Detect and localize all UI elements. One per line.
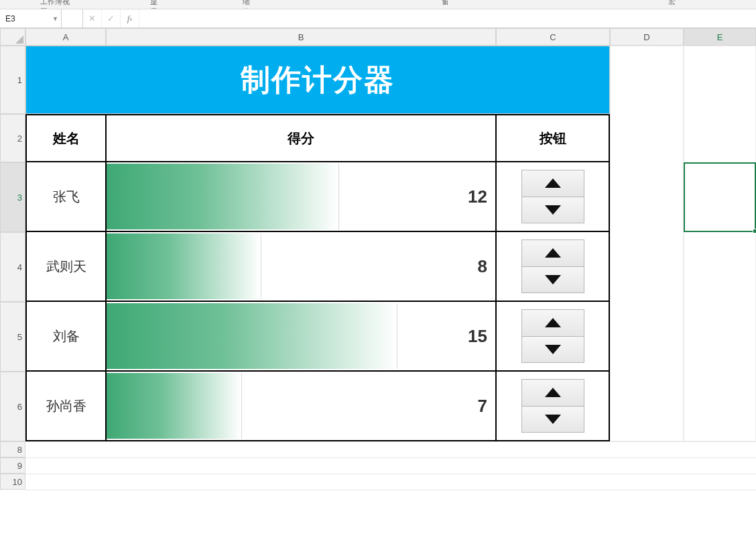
row-header-10[interactable]: 10 bbox=[0, 474, 25, 490]
cell-button bbox=[496, 302, 610, 372]
row-header-8[interactable]: 8 bbox=[0, 441, 25, 458]
ribbon-label: 宏 bbox=[668, 0, 676, 7]
triangle-up-icon bbox=[545, 248, 561, 258]
insert-function-button[interactable]: fx bbox=[121, 9, 139, 28]
cell-name[interactable]: 张飞 bbox=[25, 162, 106, 232]
select-all-corner[interactable] bbox=[0, 28, 25, 46]
confirm-formula-button[interactable]: ✓ bbox=[102, 9, 121, 28]
databar bbox=[107, 164, 339, 229]
triangle-up-icon bbox=[545, 318, 561, 327]
header-cell-name[interactable]: 姓名 bbox=[25, 114, 106, 162]
spinner-control bbox=[521, 309, 584, 363]
cell-score[interactable]: 8 bbox=[106, 232, 496, 302]
ribbon-label: 缩放 bbox=[243, 0, 255, 9]
ribbon-group-labels: 工作簿视图 显示 缩放 窗口 宏 bbox=[0, 0, 756, 9]
cell-score[interactable]: 7 bbox=[106, 372, 496, 441]
col-header-a[interactable]: A bbox=[25, 28, 106, 46]
cancel-formula-button[interactable]: ✕ bbox=[83, 9, 102, 28]
formula-input[interactable] bbox=[139, 9, 756, 28]
triangle-up-icon bbox=[545, 388, 561, 397]
row-header-5[interactable]: 5 bbox=[0, 302, 25, 372]
spinner-down-button[interactable] bbox=[521, 406, 584, 433]
spinner-down-button[interactable] bbox=[521, 197, 584, 224]
score-value: 12 bbox=[468, 186, 487, 207]
empty-row[interactable] bbox=[25, 490, 756, 506]
spinner-control bbox=[521, 239, 584, 293]
empty-row[interactable] bbox=[25, 458, 756, 474]
spinner-down-button[interactable] bbox=[521, 336, 584, 364]
databar bbox=[107, 233, 261, 299]
ribbon-label: 窗口 bbox=[442, 0, 454, 9]
cell-button bbox=[496, 232, 610, 302]
score-value: 15 bbox=[468, 326, 487, 347]
triangle-down-icon bbox=[545, 205, 561, 215]
col-header-d[interactable]: D bbox=[610, 28, 684, 46]
chevron-down-icon: ▼ bbox=[52, 15, 58, 22]
triangle-up-icon bbox=[545, 178, 561, 188]
cell-button bbox=[496, 162, 610, 232]
cell-score[interactable]: 12 bbox=[106, 162, 496, 232]
databar bbox=[107, 303, 397, 369]
row-header-6[interactable]: 6 bbox=[0, 372, 25, 441]
empty-cell-range-e[interactable] bbox=[684, 46, 756, 441]
cell-name[interactable]: 刘备 bbox=[25, 302, 106, 372]
cell-score[interactable]: 15 bbox=[106, 302, 496, 372]
triangle-down-icon bbox=[545, 415, 561, 424]
header-cell-button[interactable]: 按钮 bbox=[496, 114, 610, 162]
spinner-down-button[interactable] bbox=[521, 266, 584, 294]
score-value: 8 bbox=[478, 256, 487, 277]
formula-bar-divider bbox=[62, 9, 83, 28]
row-header-3[interactable]: 3 bbox=[0, 162, 25, 232]
cell-name[interactable]: 武则天 bbox=[25, 232, 106, 302]
row-header-4[interactable]: 4 bbox=[0, 232, 25, 302]
spinner-control bbox=[521, 170, 584, 223]
spinner-up-button[interactable] bbox=[521, 379, 584, 407]
empty-cell-range-d[interactable] bbox=[610, 46, 684, 441]
row-header-2[interactable]: 2 bbox=[0, 114, 25, 162]
row-header-1[interactable]: 1 bbox=[0, 46, 25, 114]
empty-row[interactable] bbox=[25, 441, 756, 458]
col-header-c[interactable]: C bbox=[496, 28, 610, 46]
cell-name[interactable]: 孙尚香 bbox=[25, 372, 106, 441]
spinner-control bbox=[521, 379, 584, 433]
ribbon-label: 显示 bbox=[150, 0, 162, 9]
empty-row[interactable] bbox=[25, 474, 756, 490]
ribbon-label: 工作簿视图 bbox=[40, 0, 70, 9]
triangle-down-icon bbox=[545, 345, 561, 354]
title-cell[interactable]: 制作计分器 bbox=[25, 46, 610, 114]
spinner-up-button[interactable] bbox=[521, 309, 584, 337]
spreadsheet-grid[interactable]: A B C D E 1 2 3 4 5 6 8 9 10 制作计分器 姓名 得分… bbox=[0, 28, 756, 537]
databar bbox=[107, 373, 242, 439]
spinner-up-button[interactable] bbox=[521, 239, 584, 267]
triangle-down-icon bbox=[545, 275, 561, 284]
cell-button bbox=[496, 372, 610, 441]
spinner-up-button[interactable] bbox=[521, 170, 584, 197]
col-header-b[interactable]: B bbox=[106, 28, 496, 46]
score-value: 7 bbox=[478, 396, 487, 417]
formula-bar: E3 ▼ ✕ ✓ fx bbox=[0, 9, 756, 28]
name-box-value: E3 bbox=[5, 14, 15, 23]
header-cell-score[interactable]: 得分 bbox=[106, 114, 496, 162]
col-header-e[interactable]: E bbox=[684, 28, 756, 46]
name-box[interactable]: E3 ▼ bbox=[0, 9, 62, 28]
row-header-9[interactable]: 9 bbox=[0, 458, 25, 474]
